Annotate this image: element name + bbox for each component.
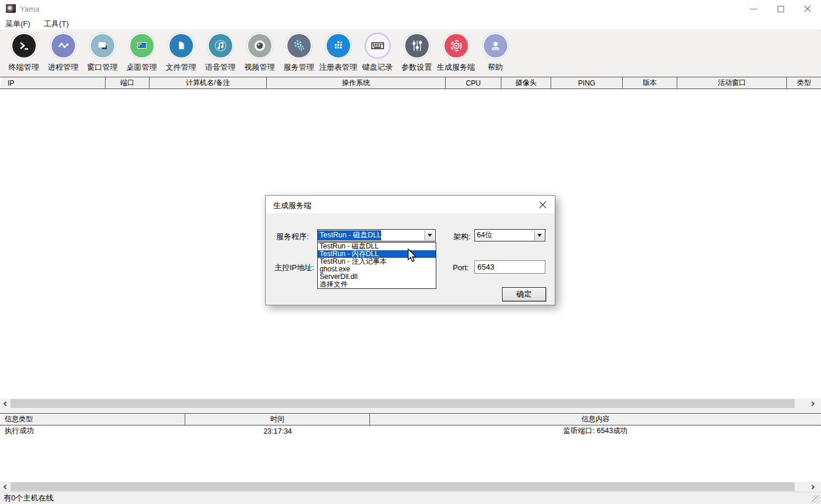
toolbar-button-service[interactable]: 服务管理 xyxy=(279,31,318,77)
arch-label: 架构: xyxy=(453,231,471,242)
scroll-left-button[interactable] xyxy=(0,482,10,492)
menu-item-menu[interactable]: 菜单(F) xyxy=(5,19,30,29)
toolbar-button-help[interactable]: 帮助 xyxy=(476,31,515,77)
dropdown-button[interactable] xyxy=(425,230,435,240)
column-header-message-type[interactable]: 信息类型 xyxy=(0,414,185,425)
app-icon xyxy=(6,4,16,13)
hosts-hscrollbar[interactable] xyxy=(0,399,821,408)
column-header-computer-name[interactable]: 计算机名/备注 xyxy=(150,77,267,88)
scroll-left-button[interactable] xyxy=(0,399,10,408)
toolbar-button-registry[interactable]: 注册表管理 xyxy=(318,31,358,77)
chevron-right-icon xyxy=(810,484,815,489)
mouse-cursor-icon xyxy=(407,248,419,264)
log-table-header: 信息类型 时间 信息内容 xyxy=(0,413,821,425)
column-header-active-window[interactable]: 活动窗口 xyxy=(677,77,787,88)
chevron-down-icon xyxy=(537,234,542,237)
toolbar-button-build-server[interactable]: 生成服务端 xyxy=(436,31,476,77)
ok-button[interactable]: 确定 xyxy=(502,287,546,301)
chevron-right-icon xyxy=(810,401,815,406)
person-icon xyxy=(488,39,503,53)
toolbar-button-keylogger[interactable]: 键盘记录 xyxy=(358,31,397,77)
log-time: 23:17:34 xyxy=(185,427,370,435)
log-message-type: 执行成功 xyxy=(0,426,185,436)
close-icon xyxy=(539,201,547,209)
sliders-icon xyxy=(410,39,424,53)
toolbar: 终端管理 进程管理 窗口管理 桌面管理 文件管理 语音管理 视频管理 服务管理 xyxy=(0,31,821,77)
close-button[interactable] xyxy=(794,0,821,18)
online-hosts-status: 有0个主机在线 xyxy=(4,493,53,503)
camera-icon xyxy=(253,39,267,53)
toolbar-button-audio[interactable]: 语音管理 xyxy=(201,31,240,77)
arch-value: 64位 xyxy=(475,230,492,240)
menu-item-tools[interactable]: 工具(T) xyxy=(44,19,69,29)
toolbar-button-desktop[interactable]: 桌面管理 xyxy=(122,31,161,77)
terminal-icon xyxy=(18,39,30,52)
dialog-close-button[interactable] xyxy=(534,198,551,211)
column-header-os[interactable]: 操作系统 xyxy=(267,77,446,88)
dropdown-button[interactable] xyxy=(534,230,544,240)
toolbar-button-video[interactable]: 视频管理 xyxy=(240,31,279,77)
keyboard-icon xyxy=(370,38,385,53)
log-list-area: 执行成功 23:17:34 监听端口: 6543成功 xyxy=(0,426,821,482)
toolbar-button-window[interactable]: 窗口管理 xyxy=(83,31,122,77)
service-program-label: 服务程序: xyxy=(276,231,309,242)
scroll-thumb[interactable] xyxy=(11,399,795,408)
splitter[interactable] xyxy=(0,408,821,413)
dropdown-option[interactable]: 选择文件 xyxy=(318,281,436,288)
port-input[interactable] xyxy=(474,260,545,274)
column-header-cpu[interactable]: CPU xyxy=(446,77,501,88)
service-program-value: TestRun - 磁盘DLL xyxy=(318,230,381,240)
status-bar: 有0个主机在线 xyxy=(0,492,821,504)
scroll-thumb[interactable] xyxy=(11,482,795,491)
desktop-icon xyxy=(135,39,148,52)
toolbar-button-settings[interactable]: 参数设置 xyxy=(397,31,436,77)
column-header-ping[interactable]: PING xyxy=(551,77,623,88)
maximize-icon xyxy=(778,6,784,12)
maximize-button[interactable] xyxy=(767,0,794,18)
chevron-left-icon xyxy=(4,484,8,489)
activity-icon xyxy=(57,39,70,52)
target-icon xyxy=(449,39,463,53)
scroll-right-button[interactable] xyxy=(808,482,818,492)
close-icon xyxy=(804,5,811,12)
minimize-button[interactable] xyxy=(740,0,767,18)
toolbar-button-file[interactable]: 文件管理 xyxy=(161,31,201,77)
music-icon xyxy=(213,39,228,53)
log-hscrollbar[interactable] xyxy=(0,482,821,492)
scroll-right-button[interactable] xyxy=(808,399,818,408)
port-label: Port: xyxy=(453,263,469,272)
column-header-message-content[interactable]: 信息内容 xyxy=(370,414,821,425)
column-header-ip[interactable]: IP xyxy=(0,77,106,88)
title-bar: Yama xyxy=(0,0,821,18)
dialog-title-bar: 生成服务端 xyxy=(266,196,555,213)
column-header-port[interactable]: 端口 xyxy=(106,77,150,88)
registry-icon xyxy=(332,39,345,52)
resize-grip-icon[interactable] xyxy=(812,495,820,503)
log-message-content: 监听端口: 6543成功 xyxy=(370,426,821,436)
windows-icon xyxy=(96,39,109,52)
file-icon xyxy=(175,39,188,52)
arch-combobox[interactable]: 64位 xyxy=(474,229,545,241)
column-header-camera[interactable]: 摄像头 xyxy=(501,77,551,88)
chevron-down-icon xyxy=(428,234,432,237)
column-header-type[interactable]: 类型 xyxy=(787,77,821,88)
column-header-version[interactable]: 版本 xyxy=(623,77,677,88)
toolbar-button-process[interactable]: 进程管理 xyxy=(43,31,83,77)
menu-bar: 菜单(F) 工具(T) xyxy=(0,18,821,30)
toolbar-button-terminal[interactable]: 终端管理 xyxy=(4,31,43,77)
chevron-left-icon xyxy=(4,401,8,406)
column-header-time[interactable]: 时间 xyxy=(185,414,370,425)
log-row[interactable]: 执行成功 23:17:34 监听端口: 6543成功 xyxy=(0,426,821,436)
hosts-table-header: IP 端口 计算机名/备注 操作系统 CPU 摄像头 PING 版本 活动窗口 … xyxy=(0,77,821,89)
gears-icon xyxy=(292,39,306,53)
master-ip-label: 主控IP地址: xyxy=(274,263,314,273)
minimize-icon xyxy=(750,9,757,9)
window-title: Yama xyxy=(20,5,39,13)
service-program-combobox[interactable]: TestRun - 磁盘DLL xyxy=(317,229,436,241)
dialog-title: 生成服务端 xyxy=(273,200,311,211)
